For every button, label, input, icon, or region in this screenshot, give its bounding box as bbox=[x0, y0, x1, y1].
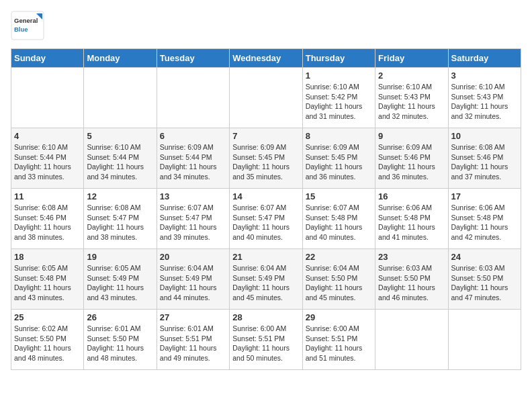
day-number: 18 bbox=[14, 252, 81, 262]
day-number: 20 bbox=[160, 252, 226, 262]
day-info: Sunrise: 6:04 AM Sunset: 5:49 PM Dayligh… bbox=[160, 263, 226, 303]
calendar-cell bbox=[11, 68, 84, 128]
day-info: Sunrise: 6:07 AM Sunset: 5:47 PM Dayligh… bbox=[160, 203, 226, 242]
week-row-2: 4Sunrise: 6:10 AM Sunset: 5:44 PM Daylig… bbox=[11, 128, 521, 189]
calendar-cell: 18Sunrise: 6:05 AM Sunset: 5:48 PM Dayli… bbox=[11, 249, 84, 310]
day-number: 1 bbox=[306, 71, 372, 81]
day-info: Sunrise: 6:05 AM Sunset: 5:48 PM Dayligh… bbox=[14, 263, 81, 303]
day-info: Sunrise: 6:10 AM Sunset: 5:44 PM Dayligh… bbox=[14, 142, 81, 182]
day-info: Sunrise: 6:03 AM Sunset: 5:50 PM Dayligh… bbox=[451, 263, 518, 303]
week-row-5: 25Sunrise: 6:02 AM Sunset: 5:50 PM Dayli… bbox=[11, 310, 521, 370]
day-info: Sunrise: 6:08 AM Sunset: 5:46 PM Dayligh… bbox=[14, 203, 81, 242]
day-info: Sunrise: 6:06 AM Sunset: 5:48 PM Dayligh… bbox=[378, 203, 445, 242]
svg-text:General: General bbox=[14, 17, 38, 24]
day-info: Sunrise: 6:07 AM Sunset: 5:47 PM Dayligh… bbox=[232, 203, 299, 242]
day-info: Sunrise: 6:08 AM Sunset: 5:47 PM Dayligh… bbox=[87, 203, 153, 242]
calendar-cell: 3Sunrise: 6:10 AM Sunset: 5:43 PM Daylig… bbox=[448, 68, 521, 128]
calendar-cell: 21Sunrise: 6:04 AM Sunset: 5:49 PM Dayli… bbox=[230, 249, 302, 310]
day-number: 4 bbox=[14, 131, 81, 141]
day-number: 9 bbox=[378, 131, 445, 141]
day-number: 21 bbox=[232, 252, 299, 262]
logo: General Blue bbox=[11, 11, 44, 40]
calendar-cell: 26Sunrise: 6:01 AM Sunset: 5:50 PM Dayli… bbox=[84, 310, 157, 370]
calendar-cell: 17Sunrise: 6:06 AM Sunset: 5:48 PM Dayli… bbox=[448, 189, 521, 249]
calendar-cell: 1Sunrise: 6:10 AM Sunset: 5:42 PM Daylig… bbox=[302, 68, 375, 128]
day-number: 23 bbox=[378, 252, 445, 262]
day-number: 24 bbox=[451, 252, 518, 262]
day-number: 13 bbox=[160, 191, 226, 201]
day-info: Sunrise: 6:01 AM Sunset: 5:50 PM Dayligh… bbox=[87, 324, 153, 363]
calendar-cell: 4Sunrise: 6:10 AM Sunset: 5:44 PM Daylig… bbox=[11, 128, 84, 189]
day-number: 8 bbox=[306, 131, 372, 141]
day-number: 29 bbox=[306, 312, 372, 322]
calendar-cell: 27Sunrise: 6:01 AM Sunset: 5:51 PM Dayli… bbox=[157, 310, 229, 370]
header-wednesday: Wednesday bbox=[230, 49, 302, 68]
calendar-cell: 7Sunrise: 6:09 AM Sunset: 5:45 PM Daylig… bbox=[230, 128, 302, 189]
day-number: 27 bbox=[160, 312, 226, 322]
calendar-cell bbox=[157, 68, 229, 128]
calendar-cell: 16Sunrise: 6:06 AM Sunset: 5:48 PM Dayli… bbox=[375, 189, 448, 249]
day-number: 26 bbox=[87, 312, 153, 322]
week-row-3: 11Sunrise: 6:08 AM Sunset: 5:46 PM Dayli… bbox=[11, 189, 521, 249]
day-info: Sunrise: 6:10 AM Sunset: 5:43 PM Dayligh… bbox=[451, 82, 518, 122]
calendar-cell: 6Sunrise: 6:09 AM Sunset: 5:44 PM Daylig… bbox=[157, 128, 229, 189]
calendar-cell: 24Sunrise: 6:03 AM Sunset: 5:50 PM Dayli… bbox=[448, 249, 521, 310]
calendar-cell: 12Sunrise: 6:08 AM Sunset: 5:47 PM Dayli… bbox=[84, 189, 157, 249]
week-row-4: 18Sunrise: 6:05 AM Sunset: 5:48 PM Dayli… bbox=[11, 249, 521, 310]
day-info: Sunrise: 6:06 AM Sunset: 5:48 PM Dayligh… bbox=[451, 203, 518, 242]
day-number: 10 bbox=[451, 131, 518, 141]
day-info: Sunrise: 6:10 AM Sunset: 5:44 PM Dayligh… bbox=[87, 142, 153, 182]
svg-text:Blue: Blue bbox=[14, 26, 28, 33]
day-info: Sunrise: 6:10 AM Sunset: 5:42 PM Dayligh… bbox=[306, 82, 372, 122]
calendar-cell: 20Sunrise: 6:04 AM Sunset: 5:49 PM Dayli… bbox=[157, 249, 229, 310]
day-info: Sunrise: 6:09 AM Sunset: 5:45 PM Dayligh… bbox=[306, 142, 372, 182]
day-number: 16 bbox=[378, 191, 445, 201]
calendar-cell: 10Sunrise: 6:08 AM Sunset: 5:46 PM Dayli… bbox=[448, 128, 521, 189]
day-number: 7 bbox=[232, 131, 299, 141]
header-saturday: Saturday bbox=[448, 49, 521, 68]
day-number: 22 bbox=[306, 252, 372, 262]
day-number: 25 bbox=[14, 312, 81, 322]
calendar-cell: 11Sunrise: 6:08 AM Sunset: 5:46 PM Dayli… bbox=[11, 189, 84, 249]
calendar-table: SundayMondayTuesdayWednesdayThursdayFrid… bbox=[11, 48, 521, 370]
day-number: 2 bbox=[378, 71, 445, 81]
header-tuesday: Tuesday bbox=[157, 49, 229, 68]
header-thursday: Thursday bbox=[302, 49, 375, 68]
calendar-cell: 8Sunrise: 6:09 AM Sunset: 5:45 PM Daylig… bbox=[302, 128, 375, 189]
calendar-cell bbox=[84, 68, 157, 128]
day-info: Sunrise: 6:09 AM Sunset: 5:45 PM Dayligh… bbox=[232, 142, 299, 182]
day-number: 12 bbox=[87, 191, 153, 201]
day-info: Sunrise: 6:10 AM Sunset: 5:43 PM Dayligh… bbox=[378, 82, 445, 122]
calendar-cell: 19Sunrise: 6:05 AM Sunset: 5:49 PM Dayli… bbox=[84, 249, 157, 310]
day-info: Sunrise: 6:00 AM Sunset: 5:51 PM Dayligh… bbox=[306, 324, 372, 363]
calendar-cell: 22Sunrise: 6:04 AM Sunset: 5:50 PM Dayli… bbox=[302, 249, 375, 310]
day-number: 11 bbox=[14, 191, 81, 201]
header-friday: Friday bbox=[375, 49, 448, 68]
calendar-cell: 15Sunrise: 6:07 AM Sunset: 5:48 PM Dayli… bbox=[302, 189, 375, 249]
day-number: 17 bbox=[451, 191, 518, 201]
calendar-cell: 29Sunrise: 6:00 AM Sunset: 5:51 PM Dayli… bbox=[302, 310, 375, 370]
calendar-cell: 25Sunrise: 6:02 AM Sunset: 5:50 PM Dayli… bbox=[11, 310, 84, 370]
day-info: Sunrise: 6:09 AM Sunset: 5:46 PM Dayligh… bbox=[378, 142, 445, 182]
day-info: Sunrise: 6:03 AM Sunset: 5:50 PM Dayligh… bbox=[378, 263, 445, 303]
day-number: 28 bbox=[232, 312, 299, 322]
day-info: Sunrise: 6:05 AM Sunset: 5:49 PM Dayligh… bbox=[87, 263, 153, 303]
day-info: Sunrise: 6:00 AM Sunset: 5:51 PM Dayligh… bbox=[232, 324, 299, 363]
day-number: 19 bbox=[87, 252, 153, 262]
logo-icon: General Blue bbox=[11, 11, 44, 40]
day-info: Sunrise: 6:08 AM Sunset: 5:46 PM Dayligh… bbox=[451, 142, 518, 182]
day-info: Sunrise: 6:04 AM Sunset: 5:49 PM Dayligh… bbox=[232, 263, 299, 303]
calendar-cell: 5Sunrise: 6:10 AM Sunset: 5:44 PM Daylig… bbox=[84, 128, 157, 189]
calendar-cell bbox=[448, 310, 521, 370]
day-info: Sunrise: 6:09 AM Sunset: 5:44 PM Dayligh… bbox=[160, 142, 226, 182]
calendar-cell: 14Sunrise: 6:07 AM Sunset: 5:47 PM Dayli… bbox=[230, 189, 302, 249]
day-number: 6 bbox=[160, 131, 226, 141]
calendar-cell: 28Sunrise: 6:00 AM Sunset: 5:51 PM Dayli… bbox=[230, 310, 302, 370]
calendar-cell: 9Sunrise: 6:09 AM Sunset: 5:46 PM Daylig… bbox=[375, 128, 448, 189]
page-header: General Blue bbox=[11, 11, 521, 40]
day-info: Sunrise: 6:01 AM Sunset: 5:51 PM Dayligh… bbox=[160, 324, 226, 363]
calendar-header-row: SundayMondayTuesdayWednesdayThursdayFrid… bbox=[11, 49, 521, 68]
day-number: 15 bbox=[306, 191, 372, 201]
week-row-1: 1Sunrise: 6:10 AM Sunset: 5:42 PM Daylig… bbox=[11, 68, 521, 128]
header-sunday: Sunday bbox=[11, 49, 84, 68]
